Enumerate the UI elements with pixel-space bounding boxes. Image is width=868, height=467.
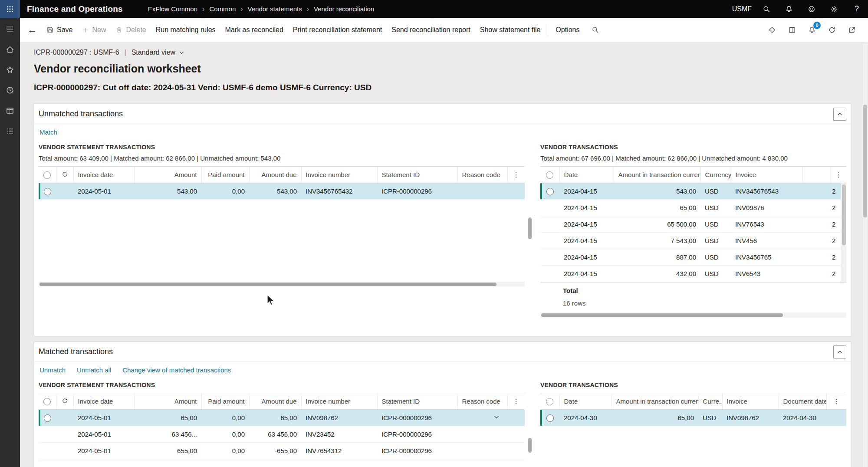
refresh-button[interactable] <box>825 23 838 36</box>
column-header-document-date[interactable]: Document date <box>779 393 826 410</box>
select-all-checkbox[interactable] <box>540 167 559 183</box>
delete-button[interactable]: Delete <box>111 18 151 42</box>
new-button[interactable]: New <box>77 18 111 42</box>
vertical-scrollbar-thumb[interactable] <box>528 438 532 453</box>
column-header-invoice-number[interactable]: Invoice number <box>301 393 377 410</box>
vertical-scrollbar-thumb[interactable] <box>528 217 532 239</box>
breadcrumb-item[interactable]: Vendor reconciliation <box>314 5 374 13</box>
column-header-statement-id[interactable]: Statement ID <box>377 393 457 410</box>
print-reconciliation-statement-button[interactable]: Print reconciliation statement <box>288 18 387 42</box>
column-header-amount[interactable]: Amount <box>134 167 201 183</box>
column-header-amount-in-transaction-currency[interactable]: Amount in transaction currency <box>614 167 700 183</box>
table-row[interactable]: 2024-04-15 65,00 USD INV09876 2 <box>540 200 846 216</box>
table-row[interactable]: 2024-05-01 63 456... 0,00 63 456,00 INV2… <box>39 426 525 443</box>
app-launcher-button[interactable] <box>0 0 20 18</box>
scrollbar-thumb[interactable] <box>541 313 783 317</box>
table-row[interactable]: 2024-04-15 7 543,00 USD INV456 2 <box>540 233 846 249</box>
column-header-currency[interactable]: Curre... <box>698 393 722 410</box>
select-all-checkbox[interactable] <box>39 393 56 410</box>
match-button[interactable]: Match <box>39 128 57 136</box>
mark-as-reconciled-button[interactable]: Mark as reconciled <box>220 18 288 42</box>
sidebar-item-favorites[interactable] <box>0 59 20 80</box>
global-search-button[interactable] <box>755 0 778 18</box>
open-in-new-window-button[interactable] <box>845 23 858 36</box>
run-matching-rules-button[interactable]: Run matching rules <box>151 18 220 42</box>
power-apps-button[interactable] <box>766 23 779 36</box>
column-header-amount[interactable]: Amount <box>134 393 201 410</box>
app-title[interactable]: Finance and Operations <box>27 4 123 14</box>
column-header-invoice-date[interactable]: Invoice date <box>73 167 134 183</box>
column-header-reason-code[interactable]: Reason code <box>457 393 507 410</box>
change-view-button[interactable]: Change view of matched transactions <box>122 366 231 374</box>
breadcrumb-item[interactable]: Common <box>209 5 236 13</box>
grid-options-kebab-icon[interactable]: ⋮ <box>507 167 525 183</box>
alerts-button[interactable] <box>778 0 800 18</box>
collapse-button[interactable] <box>833 108 846 121</box>
show-statement-file-button[interactable]: Show statement file <box>475 18 546 42</box>
feedback-button[interactable] <box>800 0 823 18</box>
row-checkbox[interactable] <box>39 183 56 200</box>
row-checkbox[interactable] <box>540 183 559 200</box>
unmatch-button[interactable]: Unmatch <box>39 366 66 374</box>
column-header-invoice-number[interactable]: Invoice number <box>301 167 377 183</box>
column-header-paid-amount[interactable]: Paid amount <box>201 393 249 410</box>
select-all-checkbox[interactable] <box>39 167 56 183</box>
table-row[interactable]: 2024-05-01 65,00 0,00 65,00 INV098762 IC… <box>39 410 525 426</box>
action-center-button[interactable]: 0 <box>806 23 819 36</box>
scrollbar-thumb[interactable] <box>39 283 496 286</box>
settings-button[interactable] <box>823 0 845 18</box>
column-header-currency[interactable]: Currency <box>700 167 731 183</box>
refresh-grid-button[interactable] <box>56 167 73 183</box>
sidebar-item-recent[interactable] <box>0 80 20 100</box>
column-header-paid-amount[interactable]: Paid amount <box>201 167 249 183</box>
scrollbar-thumb[interactable] <box>863 105 867 217</box>
grid-options-kebab-icon[interactable]: ⋮ <box>831 167 846 183</box>
column-header-statement-id[interactable]: Statement ID <box>377 167 457 183</box>
column-header-amount-due[interactable]: Amount due <box>249 167 301 183</box>
breadcrumb-item[interactable]: ExFlow Common <box>148 5 197 13</box>
unmatch-all-button[interactable]: Unmatch all <box>77 366 111 374</box>
panel-header[interactable]: Unmatched transactions <box>34 104 851 124</box>
task-pane-button[interactable] <box>786 23 799 36</box>
scrollbar-thumb[interactable] <box>842 184 846 245</box>
row-checkbox[interactable] <box>39 410 56 426</box>
refresh-grid-button[interactable] <box>56 393 73 410</box>
column-header-invoice[interactable]: Invoice <box>722 393 779 410</box>
table-row[interactable]: 2024-04-15 65 500,00 USD INV76543 2 <box>540 216 846 233</box>
table-row[interactable]: 2024-04-30 65,00 USD INV098762 2024-04-3… <box>540 410 846 426</box>
table-row[interactable]: 2024-04-15 432,00 USD INV6543 2 <box>540 266 846 282</box>
collapse-button[interactable] <box>833 345 846 358</box>
view-selector[interactable]: Standard view <box>132 49 184 56</box>
back-button[interactable]: ← <box>24 22 40 38</box>
panel-header[interactable]: Matched transactions <box>34 342 851 362</box>
sidebar-item-home[interactable] <box>0 39 20 59</box>
page-scrollbar[interactable] <box>862 44 868 467</box>
column-header-date[interactable]: Date <box>559 167 614 183</box>
table-row[interactable]: 2024-04-15 543,00 USD INV345676543 2 <box>540 183 846 200</box>
select-all-checkbox[interactable] <box>540 393 559 410</box>
column-header-date[interactable]: Date <box>559 393 612 410</box>
horizontal-scrollbar[interactable] <box>39 282 525 287</box>
save-button[interactable]: Save <box>42 18 77 42</box>
column-header-amount-due[interactable]: Amount due <box>249 393 301 410</box>
vertical-scrollbar[interactable] <box>841 183 846 282</box>
column-header-reason-code[interactable]: Reason code <box>457 167 507 183</box>
row-checkbox[interactable] <box>540 410 559 426</box>
column-header-amount-in-transaction-currency[interactable]: Amount in transaction currency <box>612 393 698 410</box>
sidebar-item-modules[interactable] <box>0 121 20 141</box>
column-header-invoice[interactable]: Invoice <box>731 167 802 183</box>
column-header-invoice-date[interactable]: Invoice date <box>73 393 134 410</box>
horizontal-scrollbar[interactable] <box>540 312 846 318</box>
table-row[interactable]: 2024-04-15 887,00 USD INV3456765 2 <box>540 249 846 266</box>
send-reconciliation-report-button[interactable]: Send reconciliation report <box>387 18 475 42</box>
options-button[interactable]: Options <box>551 18 584 42</box>
reason-code-dropdown[interactable] <box>457 410 507 426</box>
help-button[interactable]: ? <box>845 0 868 18</box>
breadcrumb-item[interactable]: Vendor statements <box>248 5 302 13</box>
grid-options-kebab-icon[interactable]: ⋮ <box>507 393 525 410</box>
expand-nav-button[interactable] <box>0 19 20 39</box>
grid-options-kebab-icon[interactable]: ⋮ <box>826 393 846 410</box>
sidebar-item-workspaces[interactable] <box>0 100 20 121</box>
company-picker[interactable]: USMF <box>732 5 752 13</box>
table-row[interactable]: 2024-05-01 543,00 0,00 543,00 INV3456765… <box>39 183 525 200</box>
